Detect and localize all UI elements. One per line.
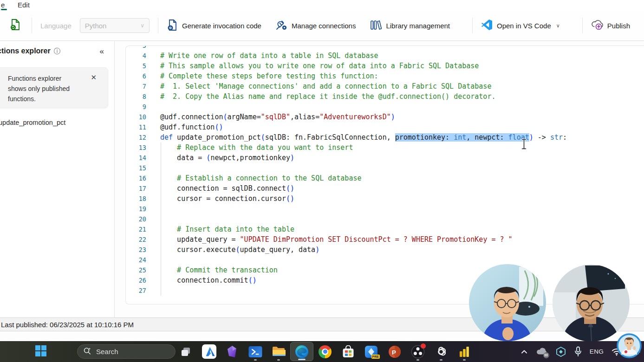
- powerpoint-taskbar-button[interactable]: P: [383, 342, 406, 361]
- close-icon[interactable]: ✕: [91, 73, 97, 82]
- code-token: # Complete these steps before testing th…: [160, 72, 378, 80]
- code-line-11[interactable]: 11@udf.function(): [126, 122, 644, 132]
- code-token: (: [236, 246, 240, 254]
- code-line-7[interactable]: 7# 1. Select 'Manage connections' and ad…: [126, 81, 644, 91]
- task-view-icon: [180, 346, 191, 357]
- code-text: # 2. Copy the Alias name and replace it …: [146, 91, 495, 102]
- toolbar-divider: [158, 18, 158, 33]
- chatgpt-taskbar-button[interactable]: [429, 342, 453, 361]
- code-line-18[interactable]: 18 cursor = connection.cursor(): [126, 194, 644, 204]
- chrome-taskbar-button[interactable]: [313, 342, 337, 361]
- code-text: [146, 285, 160, 296]
- azure-taskbar-button[interactable]: [197, 342, 221, 361]
- microphone-tray-icon[interactable]: [574, 346, 582, 357]
- task-view-taskbar-button[interactable]: [174, 342, 197, 361]
- code-text: connection = sqlDB.connect(): [146, 183, 294, 194]
- toolbar-divider: [32, 18, 32, 33]
- info-icon[interactable]: ⓘ: [54, 47, 60, 55]
- code-lines: 34# Write one row of data into a table i…: [126, 45, 644, 296]
- obsidian-taskbar-button[interactable]: [221, 342, 244, 361]
- obsidian-icon: [226, 345, 238, 358]
- code-line-6[interactable]: 6# Complete these steps before testing t…: [126, 71, 644, 81]
- code-text: # Write one row of data into a table in …: [146, 51, 378, 61]
- info-card-text: Functions explorer shows only published …: [8, 73, 81, 104]
- language-badge[interactable]: ENG: [590, 348, 604, 355]
- library-management-button[interactable]: Library management: [370, 19, 450, 32]
- edge-taskbar-button[interactable]: [290, 342, 313, 361]
- start-button[interactable]: [32, 345, 50, 358]
- info-card: Functions explorer shows only published …: [0, 67, 108, 108]
- mixed-reality-tray-icon[interactable]: [555, 346, 566, 357]
- code-text: def update_promotion_pct(sqlDB: fn.Fabri…: [146, 132, 567, 142]
- code-token: (): [286, 194, 294, 203]
- code-line-8[interactable]: 8# 2. Copy the Alias name and replace it…: [126, 91, 644, 102]
- powershell-taskbar-button[interactable]: [244, 342, 267, 361]
- code-line-19[interactable]: 19: [126, 204, 644, 214]
- chrome-icon: [319, 345, 332, 358]
- code-line-24[interactable]: 24: [126, 255, 644, 265]
- code-line-23[interactable]: 23 cursor.execute(update_query, data): [126, 245, 644, 255]
- code-token: str: [550, 133, 563, 142]
- svg-text:P: P: [392, 349, 396, 356]
- tray-expand-tray-icon[interactable]: [520, 348, 528, 356]
- file-explorer-taskbar-button[interactable]: [267, 342, 290, 361]
- code-token: data =: [160, 154, 206, 162]
- fabric-preview-taskbar-button[interactable]: PRE: [360, 342, 383, 361]
- search-input[interactable]: Search: [77, 344, 176, 359]
- code-line-14[interactable]: 14 data = (newpct,promotionkey): [126, 153, 644, 163]
- collapse-sidebar-icon[interactable]: «: [100, 47, 104, 56]
- code-token: cursor = connection.cursor: [160, 194, 286, 203]
- line-number: 9: [126, 102, 146, 112]
- code-line-3[interactable]: 3: [126, 45, 644, 51]
- code-line-4[interactable]: 4# Write one row of data into a table in…: [126, 51, 644, 61]
- power-bi-taskbar-button[interactable]: [453, 342, 476, 361]
- code-line-17[interactable]: 17 connection = sqlDB.connect(): [126, 183, 644, 194]
- open-in-vscode-button[interactable]: Open in VS Code ∨: [481, 19, 560, 32]
- obs-studio-taskbar-button[interactable]: [406, 342, 429, 361]
- line-number: 16: [126, 173, 146, 183]
- code-token: # Commit the transaction: [160, 266, 278, 274]
- plug-connection-icon: [275, 19, 287, 32]
- code-line-10[interactable]: 10@udf.connection(argName="sqlDB",alias=…: [126, 112, 644, 122]
- webcam-left-person: [469, 264, 546, 341]
- code-token: (: [223, 113, 227, 121]
- search-placeholder: Search: [96, 348, 118, 356]
- tab-home-partial[interactable]: e: [1, 0, 7, 10]
- code-line-5[interactable]: 5# This sample allows you to write one r…: [126, 61, 644, 71]
- code-editor[interactable]: 34# Write one row of data into a table i…: [125, 45, 644, 304]
- code-token: newpct,promotionkey: [210, 154, 290, 162]
- language-label: Language: [40, 22, 72, 30]
- line-number: 20: [126, 214, 146, 224]
- code-line-12[interactable]: 12def update_promotion_pct(sqlDB: fn.Fab…: [126, 132, 644, 142]
- line-number: 18: [126, 194, 146, 204]
- running-indicator: [298, 359, 306, 360]
- toolbar: Language Python ∨ Generate invocation co…: [0, 11, 644, 41]
- manage-connections-button[interactable]: Manage connections: [275, 19, 356, 32]
- code-line-15[interactable]: 15: [126, 163, 644, 173]
- language-select[interactable]: Python ∨: [80, 18, 150, 33]
- line-number: 24: [126, 255, 146, 265]
- code-line-22[interactable]: 22 update_query = "UPDATE DimPromotion S…: [126, 234, 644, 245]
- line-number: 22: [126, 234, 146, 245]
- publish-button[interactable]: Publish: [591, 19, 630, 32]
- chevron-down-icon: ∨: [140, 22, 144, 29]
- code-line-20[interactable]: 20: [126, 214, 644, 224]
- code-token: (): [215, 123, 223, 131]
- taskbar-apps: PREP: [174, 342, 476, 361]
- onedrive-tray-icon[interactable]: [536, 347, 547, 357]
- code-line-9[interactable]: 9: [126, 102, 644, 112]
- library-books-icon: [370, 19, 382, 32]
- open-in-vscode-label: Open in VS Code: [497, 22, 551, 30]
- ms-store-taskbar-button[interactable]: [337, 342, 360, 361]
- line-number: 10: [126, 112, 146, 122]
- generate-invocation-code-button[interactable]: Generate invocation code: [167, 19, 261, 32]
- tab-edit[interactable]: Edit: [18, 0, 30, 10]
- line-number: 12: [126, 132, 146, 142]
- function-file-button[interactable]: [7, 18, 23, 33]
- code-line-16[interactable]: 16 # Establish a connection to the SQL d…: [126, 173, 644, 183]
- code-line-13[interactable]: 13 # Replace with the data you want to i…: [126, 142, 644, 153]
- code-line-21[interactable]: 21 # Insert data into the table: [126, 224, 644, 234]
- code-token: "sqlDB": [261, 113, 290, 121]
- sidebar-item-update-promotion-pct[interactable]: update_promotion_pct: [0, 119, 65, 126]
- code-token: "UPDATE DimPromotion SET DiscountPct = ?…: [240, 235, 513, 244]
